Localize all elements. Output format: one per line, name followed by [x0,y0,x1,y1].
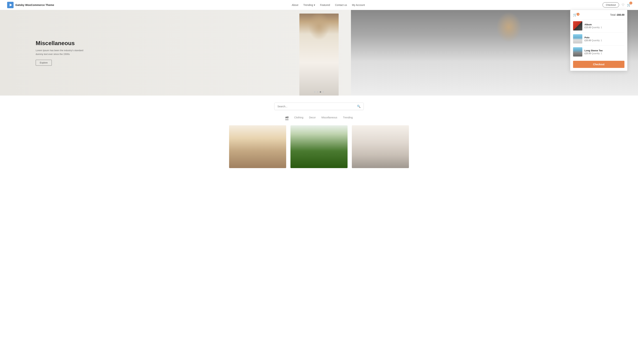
cart-item: Album £15.00 Quantity: 1 [573,19,624,32]
cart-badge: 3 [629,2,632,4]
nav-trending[interactable]: Trending ▾ [303,4,315,6]
main-nav: About Trending ▾ Featured Contact us My … [292,4,365,6]
explore-button[interactable]: Explore [36,60,52,66]
logo[interactable]: Gatsby WooCommerce Theme [7,2,54,8]
hero-content: Miscellaneous Lorem Ipsum has been the i… [36,40,86,66]
filter-tab-all[interactable]: All [285,115,288,120]
product-image-plant [290,125,348,168]
header: Gatsby WooCommerce Theme About Trending … [0,0,638,10]
hero-model-figure [299,14,339,96]
carousel-dots [314,91,324,93]
carousel-dot-1[interactable] [314,91,315,93]
logo-icon [7,2,14,8]
cart-item-info-longsleeve: Long Sleeve Tee £25.00 Quantity: 1 [584,49,624,55]
product-card[interactable] [229,125,286,168]
cart-item-thumb-album [573,21,582,30]
search-bar: 🔍 [274,103,364,110]
hero-title: Miscellaneous [36,40,86,46]
cart-item-qty: Quantity: 1 [592,26,602,29]
filter-tab-trending[interactable]: Trending [343,115,353,120]
hero-model [299,14,339,96]
product-card[interactable] [290,125,348,168]
filter-tab-miscellaneous[interactable]: Miscellaneous [322,115,337,120]
cart-item-qty: Quantity: 1 [592,39,602,42]
nav-account[interactable]: My Account [352,4,365,6]
search-input[interactable] [277,105,357,108]
search-section: 🔍 [0,96,638,115]
product-grid [0,125,638,175]
cart-item-price: £25.00 Quantity: 1 [584,52,624,55]
cart-dropdown: 🛒 3 Total: £60.00 Album £15.00 Quantity:… [570,10,627,71]
product-image-girl [229,125,286,168]
filter-tab-clothing[interactable]: Clothing [294,115,303,120]
cart-item-name: Polo [584,36,624,39]
cart-button[interactable]: 🛒 3 [627,3,631,7]
product-image-tech [352,125,409,168]
header-actions: Checkout ♡ 🛒 3 [602,2,631,8]
cart-item-price: £15.00 Quantity: 1 [584,26,624,29]
cart-item-info-polo: Polo £20.00 Quantity: 1 [584,36,624,42]
carousel-dot-4[interactable] [323,91,324,93]
checkout-button[interactable]: Checkout [602,2,619,8]
album-thumbnail [573,21,582,30]
cart-item: Long Sleeve Tee £25.00 Quantity: 1 [573,45,624,58]
search-icon: 🔍 [357,105,361,108]
cart-item-thumb-polo [573,34,582,44]
nav-featured[interactable]: Featured [320,4,330,6]
cart-total: Total: £60.00 [610,13,624,16]
nav-contact[interactable]: Contact us [335,4,347,6]
cart-item-price: £20.00 Quantity: 1 [584,39,624,42]
cart-item: Polo £20.00 Quantity: 1 [573,32,624,45]
cart-dropdown-badge: 3 [577,13,579,16]
chevron-down-icon: ▾ [314,4,315,6]
hero-description: Lorem Ipsum has been the industry's stan… [36,49,86,56]
hero-section: Miscellaneous Lorem Ipsum has been the i… [0,10,638,96]
cart-checkout-button[interactable]: Checkout [573,61,624,68]
filter-tabs: All Clothing Decor Miscellaneous Trendin… [0,115,638,125]
cart-item-info-album: Album £15.00 Quantity: 1 [584,23,624,29]
product-card[interactable] [352,125,409,168]
cart-item-name: Album [584,23,624,26]
wishlist-icon[interactable]: ♡ [621,3,624,7]
cart-item-name: Long Sleeve Tee [584,49,624,52]
cart-dropdown-header: 🛒 3 Total: £60.00 [573,13,624,17]
longsleeve-thumbnail [573,47,582,56]
carousel-dot-2[interactable] [317,91,318,93]
filter-tab-decor[interactable]: Decor [309,115,315,120]
cart-item-thumb-longsleeve [573,47,582,56]
nav-about[interactable]: About [292,4,298,6]
carousel-dot-3[interactable] [320,91,321,93]
cart-item-qty: Quantity: 1 [592,52,602,55]
cart-icon-with-badge: 🛒 3 [573,13,579,17]
logo-text: Gatsby WooCommerce Theme [15,4,54,6]
polo-thumbnail [573,34,582,44]
cart-orange-icon: 🛒 [573,13,577,16]
